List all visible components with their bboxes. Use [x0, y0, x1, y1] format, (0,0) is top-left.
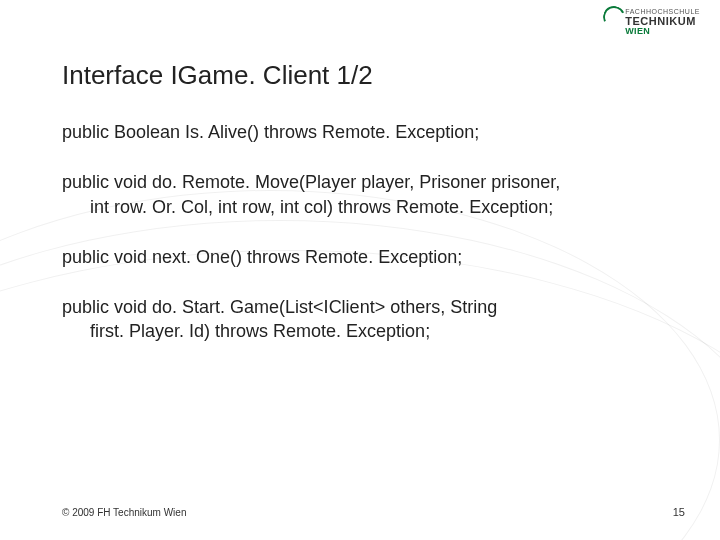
slide-title: Interface IGame. Client 1/2 — [62, 60, 373, 91]
slide-body: public Boolean Is. Alive() throws Remote… — [62, 120, 660, 370]
code-line-indent: first. Player. Id) throws Remote. Except… — [62, 319, 660, 343]
code-line: public Boolean Is. Alive() throws Remote… — [62, 122, 479, 142]
code-paragraph: public void next. One() throws Remote. E… — [62, 245, 660, 269]
code-paragraph: public Boolean Is. Alive() throws Remote… — [62, 120, 660, 144]
code-paragraph: public void do. Remote. Move(Player play… — [62, 170, 660, 219]
logo-line3: WIEN — [625, 27, 700, 36]
logo-arc-icon — [600, 3, 628, 31]
institution-logo: FACHHOCHSCHULE TECHNIKUM WIEN — [625, 8, 700, 36]
code-line: public void next. One() throws Remote. E… — [62, 247, 462, 267]
code-line-indent: int row. Or. Col, int row, int col) thro… — [62, 195, 660, 219]
code-paragraph: public void do. Start. Game(List<IClient… — [62, 295, 660, 344]
footer-page-number: 15 — [673, 506, 685, 518]
logo-line1: FACHHOCHSCHULE — [625, 8, 700, 15]
code-line: public void do. Remote. Move(Player play… — [62, 172, 560, 192]
footer-copyright: © 2009 FH Technikum Wien — [62, 507, 186, 518]
code-line: public void do. Start. Game(List<IClient… — [62, 297, 497, 317]
